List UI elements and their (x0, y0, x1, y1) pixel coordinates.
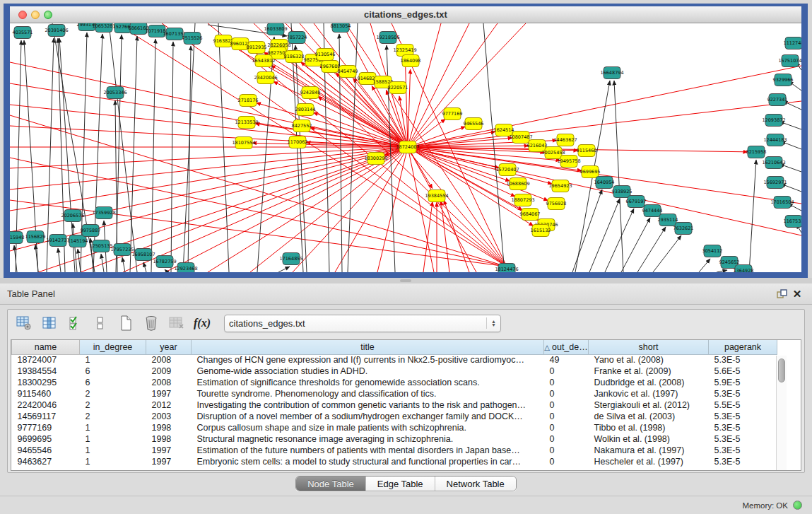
cell[interactable]: Dudbridge et al. (2008) (589, 377, 709, 388)
table-row[interactable]: 1456911722003Disruption of a novel membe… (12, 411, 777, 422)
cell[interactable]: 19384554 (12, 366, 80, 377)
graph-node-teal[interactable]: 3054112 (702, 245, 723, 257)
graph-node-teal[interactable]: 17016504 (770, 197, 794, 209)
cell[interactable]: 0 (544, 422, 589, 433)
column-header-short[interactable]: short (589, 340, 709, 354)
graph-node-teal[interactable]: 1145194 (68, 235, 88, 247)
graph-node-yellow[interactable]: 1170062 (288, 136, 308, 148)
cell[interactable]: Yano et al. (2008) (589, 354, 709, 366)
cell[interactable]: de Silva et al. (2003) (589, 411, 709, 422)
cell[interactable]: 5.6E-5 (709, 366, 777, 377)
graph-node-teal[interactable]: 8813054 (331, 23, 351, 33)
graph-node-teal[interactable]: 17164855 (279, 253, 302, 265)
divider-grip-icon[interactable] (400, 279, 411, 282)
column-header-name[interactable]: name (12, 340, 80, 354)
cell[interactable]: 9115460 (12, 388, 80, 399)
cell[interactable]: 1997 (146, 445, 192, 456)
cell[interactable]: 2 (80, 388, 146, 399)
cell[interactable]: 5.3E-5 (709, 433, 777, 445)
graph-node-yellow[interactable]: 15720407 (495, 164, 519, 176)
cell[interactable]: Structural magnetic resonance image aver… (192, 433, 544, 445)
graph-node-teal[interactable]: 9474444 (642, 205, 663, 217)
graph-node-teal[interactable]: 7632621 (673, 223, 694, 235)
column-header-year[interactable]: year (146, 340, 192, 354)
column-header-out_de[interactable]: △out_de… (544, 340, 589, 354)
graph-node-yellow[interactable]: 23420046 (254, 72, 277, 84)
cell[interactable]: 2 (80, 411, 146, 422)
cell[interactable]: Jankovic et al. (1997) (589, 388, 709, 399)
graph-node-teal[interactable]: 6679197 (626, 196, 647, 208)
graph-node-teal[interactable]: 12505135 (89, 240, 112, 252)
select-all-check-icon[interactable] (64, 313, 86, 333)
delete-table-icon[interactable] (166, 313, 187, 333)
cell[interactable]: 0 (544, 366, 589, 377)
cell[interactable]: Investigating the contribution of common… (192, 399, 544, 411)
cell[interactable]: 6 (80, 377, 146, 388)
graph-node-teal[interactable]: 9227341 (767, 94, 788, 106)
cell[interactable]: Estimation of significance thresholds fo… (192, 377, 544, 388)
graph-node-yellow[interactable]: 18724007 (396, 141, 419, 153)
cell[interactable]: 49 (544, 354, 589, 366)
cell[interactable]: 18724007 (12, 354, 80, 366)
graph-node-yellow[interactable]: 2718176 (238, 95, 259, 107)
cell[interactable]: 0 (544, 433, 589, 445)
graph-node-yellow[interactable]: 19384554 (425, 190, 448, 202)
cell[interactable]: 5.9E-5 (709, 377, 777, 388)
cell[interactable]: 0 (544, 388, 589, 399)
column-header-title[interactable]: title (192, 340, 544, 354)
graph-node-teal[interactable]: 9975887 (81, 225, 101, 237)
cell[interactable]: Nakamura et al. (1997) (589, 445, 709, 456)
graph-node-teal[interactable]: 16782759 (153, 256, 176, 268)
graph-node-teal[interactable]: 15751074 (778, 55, 801, 67)
graph-node-teal[interactable]: 1640954 (594, 177, 615, 189)
row-height-icon[interactable] (90, 313, 111, 333)
cell[interactable]: 5.5E-5 (709, 399, 777, 411)
graph-node-teal[interactable]: 9329966 (773, 74, 794, 86)
graph-node-teal[interactable]: 1364928 (734, 265, 754, 273)
graph-node-yellow[interactable]: 1615132 (531, 225, 551, 237)
cell[interactable]: Wolkin et al. (1998) (589, 433, 709, 445)
graph-node-yellow[interactable]: 18300295 (364, 153, 387, 165)
graph-node-yellow[interactable]: 18107554 (232, 137, 255, 149)
graph-node-yellow[interactable]: 18807293 (511, 194, 534, 206)
delete-trash-icon[interactable] (141, 313, 162, 333)
graph-node-yellow[interactable]: 8912935 (247, 42, 267, 54)
float-panel-icon[interactable] (774, 287, 789, 301)
graph-node-yellow[interactable]: 8186328 (284, 51, 305, 63)
cell[interactable]: 9463627 (12, 456, 80, 467)
cell[interactable]: 0 (544, 456, 589, 467)
table-row[interactable]: 1938455462009Genome-wide association stu… (12, 366, 777, 377)
cell[interactable]: 18300295 (12, 377, 80, 388)
zoom-window-button[interactable] (44, 11, 52, 19)
graph-node-yellow[interactable]: 9777169 (442, 108, 463, 120)
graph-node-teal[interactable]: 19218506 (376, 32, 399, 44)
graph-node-yellow[interactable]: 14463627 (553, 134, 577, 146)
graph-node-teal[interactable]: 20391406 (45, 25, 68, 37)
function-builder-icon[interactable]: f(x) (192, 313, 213, 333)
column-header-pagerank[interactable]: pagerank (709, 340, 777, 354)
graph-node-teal[interactable]: 12923468 (174, 263, 197, 273)
graph-node-yellow[interactable]: 10688609 (506, 178, 529, 190)
cell[interactable]: Genome-wide association studies in ADHD. (192, 366, 544, 377)
graph-node-yellow[interactable]: 8427552 (292, 120, 312, 132)
cell[interactable]: 1998 (146, 433, 192, 445)
graph-node-yellow[interactable]: 9699695 (580, 166, 601, 178)
tab-edge-table[interactable]: Edge Table (366, 477, 435, 491)
graph-node-yellow[interactable]: 9130546 (315, 49, 336, 61)
graph-node-teal[interactable]: 1167533 (784, 216, 801, 228)
cell[interactable]: Embryonic stem cells: a model to study s… (192, 456, 544, 467)
table-row[interactable]: 977716911998Corpus callosum shape and si… (12, 422, 777, 433)
graph-node-teal[interactable]: 8215958 (746, 146, 767, 158)
cell[interactable]: 9699695 (12, 433, 80, 445)
new-document-icon[interactable] (115, 313, 136, 333)
close-window-button[interactable] (18, 11, 27, 19)
cell[interactable]: Hescheler et al. (1997) (589, 456, 709, 467)
graph-node-teal[interactable]: 16648794 (600, 67, 623, 79)
graph-node-teal[interactable]: 3315948 (10, 232, 24, 244)
graph-node-teal[interactable]: 4035571 (13, 27, 33, 39)
cell[interactable]: Franke et al. (2009) (589, 366, 709, 377)
cell[interactable]: 0 (544, 377, 589, 388)
cell[interactable]: 9777169 (12, 422, 80, 433)
cell[interactable]: 1997 (146, 456, 192, 467)
graph-node-teal[interactable]: 15692971 (763, 177, 787, 189)
